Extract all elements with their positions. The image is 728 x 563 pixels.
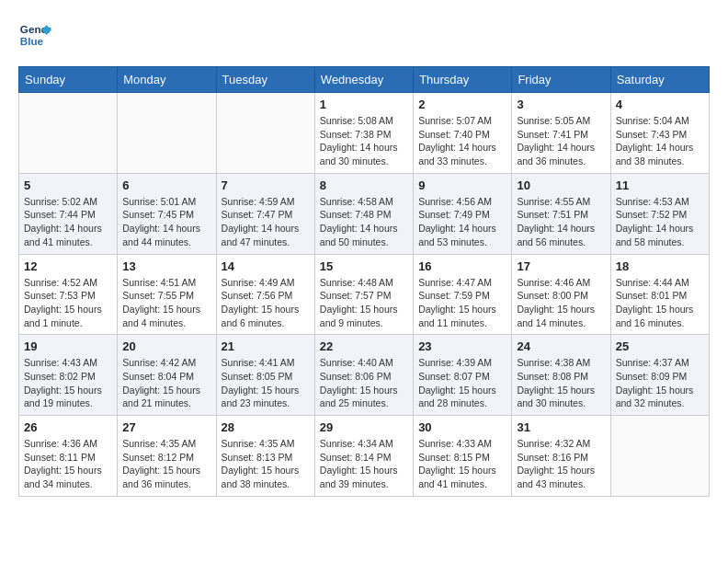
calendar-cell: 29Sunrise: 4:34 AM Sunset: 8:14 PM Dayli… [314,416,413,497]
week-row-1: 1Sunrise: 5:08 AM Sunset: 7:38 PM Daylig… [19,93,710,174]
calendar-cell: 16Sunrise: 4:47 AM Sunset: 7:59 PM Dayli… [414,254,512,335]
day-info: Sunrise: 4:34 AM Sunset: 8:14 PM Dayligh… [320,437,408,491]
calendar-cell: 25Sunrise: 4:37 AM Sunset: 8:09 PM Dayli… [610,335,709,416]
logo: General Blue [18,18,55,52]
day-info: Sunrise: 4:39 AM Sunset: 8:07 PM Dayligh… [418,356,506,410]
weekday-header-tuesday: Tuesday [216,67,314,93]
calendar-cell: 4Sunrise: 5:04 AM Sunset: 7:43 PM Daylig… [610,93,709,174]
day-info: Sunrise: 4:59 AM Sunset: 7:47 PM Dayligh… [222,195,310,249]
day-number: 23 [418,339,506,353]
day-number: 17 [517,259,605,273]
calendar-cell: 7Sunrise: 4:59 AM Sunset: 7:47 PM Daylig… [216,173,314,254]
calendar-cell: 15Sunrise: 4:48 AM Sunset: 7:57 PM Dayli… [314,254,413,335]
day-number: 13 [122,259,210,273]
calendar-cell: 30Sunrise: 4:33 AM Sunset: 8:15 PM Dayli… [414,416,512,497]
day-info: Sunrise: 4:58 AM Sunset: 7:48 PM Dayligh… [320,195,408,249]
day-info: Sunrise: 4:48 AM Sunset: 7:57 PM Dayligh… [320,276,408,330]
day-info: Sunrise: 4:49 AM Sunset: 7:56 PM Dayligh… [222,276,310,330]
calendar-cell: 27Sunrise: 4:35 AM Sunset: 8:12 PM Dayli… [118,416,216,497]
day-info: Sunrise: 5:04 AM Sunset: 7:43 PM Dayligh… [616,114,704,168]
calendar-cell: 26Sunrise: 4:36 AM Sunset: 8:11 PM Dayli… [19,416,118,497]
svg-text:Blue: Blue [20,35,44,47]
day-number: 5 [24,178,112,192]
day-info: Sunrise: 4:52 AM Sunset: 7:53 PM Dayligh… [24,276,112,330]
day-number: 29 [320,420,408,434]
day-info: Sunrise: 4:53 AM Sunset: 7:52 PM Dayligh… [616,195,704,249]
day-info: Sunrise: 4:42 AM Sunset: 8:04 PM Dayligh… [122,356,210,410]
calendar-cell: 31Sunrise: 4:32 AM Sunset: 8:16 PM Dayli… [512,416,610,497]
day-info: Sunrise: 4:32 AM Sunset: 8:16 PM Dayligh… [517,437,605,491]
calendar-cell: 14Sunrise: 4:49 AM Sunset: 7:56 PM Dayli… [216,254,314,335]
day-number: 9 [418,178,506,192]
day-number: 6 [122,178,210,192]
day-info: Sunrise: 4:46 AM Sunset: 8:00 PM Dayligh… [517,276,605,330]
day-info: Sunrise: 4:56 AM Sunset: 7:49 PM Dayligh… [418,195,506,249]
day-info: Sunrise: 4:43 AM Sunset: 8:02 PM Dayligh… [24,356,112,410]
day-info: Sunrise: 5:08 AM Sunset: 7:38 PM Dayligh… [320,114,408,168]
calendar-cell: 20Sunrise: 4:42 AM Sunset: 8:04 PM Dayli… [118,335,216,416]
calendar-cell: 6Sunrise: 5:01 AM Sunset: 7:45 PM Daylig… [118,173,216,254]
day-number: 7 [222,178,310,192]
weekday-header-wednesday: Wednesday [314,67,413,93]
day-number: 24 [517,339,605,353]
weekday-header-sunday: Sunday [19,67,118,93]
weekday-header-thursday: Thursday [414,67,512,93]
day-info: Sunrise: 4:33 AM Sunset: 8:15 PM Dayligh… [418,437,506,491]
calendar-cell: 3Sunrise: 5:05 AM Sunset: 7:41 PM Daylig… [512,93,610,174]
weekday-header-saturday: Saturday [610,67,709,93]
page-header: General Blue [18,18,710,52]
day-number: 8 [320,178,408,192]
day-info: Sunrise: 4:40 AM Sunset: 8:06 PM Dayligh… [320,356,408,410]
calendar-cell: 13Sunrise: 4:51 AM Sunset: 7:55 PM Dayli… [118,254,216,335]
day-info: Sunrise: 4:41 AM Sunset: 8:05 PM Dayligh… [222,356,310,410]
day-number: 30 [418,420,506,434]
calendar-cell: 19Sunrise: 4:43 AM Sunset: 8:02 PM Dayli… [19,335,118,416]
day-number: 27 [122,420,210,434]
day-number: 22 [320,339,408,353]
weekday-header-monday: Monday [118,67,216,93]
calendar-cell: 5Sunrise: 5:02 AM Sunset: 7:44 PM Daylig… [19,173,118,254]
calendar-cell: 2Sunrise: 5:07 AM Sunset: 7:40 PM Daylig… [414,93,512,174]
calendar-cell: 17Sunrise: 4:46 AM Sunset: 8:00 PM Dayli… [512,254,610,335]
day-info: Sunrise: 5:07 AM Sunset: 7:40 PM Dayligh… [418,114,506,168]
calendar-cell [118,93,216,174]
day-number: 21 [222,339,310,353]
day-info: Sunrise: 4:35 AM Sunset: 8:13 PM Dayligh… [222,437,310,491]
calendar-cell [610,416,709,497]
logo-icon: General Blue [18,18,51,52]
calendar-cell: 18Sunrise: 4:44 AM Sunset: 8:01 PM Dayli… [610,254,709,335]
day-number: 19 [24,339,112,353]
calendar-cell: 1Sunrise: 5:08 AM Sunset: 7:38 PM Daylig… [314,93,413,174]
week-row-3: 12Sunrise: 4:52 AM Sunset: 7:53 PM Dayli… [19,254,710,335]
day-number: 11 [616,178,704,192]
day-info: Sunrise: 4:51 AM Sunset: 7:55 PM Dayligh… [122,276,210,330]
calendar-cell: 11Sunrise: 4:53 AM Sunset: 7:52 PM Dayli… [610,173,709,254]
calendar-cell: 23Sunrise: 4:39 AM Sunset: 8:07 PM Dayli… [414,335,512,416]
calendar-cell: 24Sunrise: 4:38 AM Sunset: 8:08 PM Dayli… [512,335,610,416]
calendar-table: SundayMondayTuesdayWednesdayThursdayFrid… [18,66,710,497]
day-number: 12 [24,259,112,273]
calendar-cell: 8Sunrise: 4:58 AM Sunset: 7:48 PM Daylig… [314,173,413,254]
day-info: Sunrise: 5:02 AM Sunset: 7:44 PM Dayligh… [24,195,112,249]
day-number: 4 [616,98,704,111]
day-number: 10 [517,178,605,192]
weekday-header-friday: Friday [512,67,610,93]
week-row-2: 5Sunrise: 5:02 AM Sunset: 7:44 PM Daylig… [19,173,710,254]
day-number: 18 [616,259,704,273]
day-number: 14 [222,259,310,273]
day-number: 20 [122,339,210,353]
day-info: Sunrise: 5:05 AM Sunset: 7:41 PM Dayligh… [517,114,605,168]
calendar-cell: 9Sunrise: 4:56 AM Sunset: 7:49 PM Daylig… [414,173,512,254]
day-info: Sunrise: 4:36 AM Sunset: 8:11 PM Dayligh… [24,437,112,491]
day-number: 15 [320,259,408,273]
day-info: Sunrise: 4:37 AM Sunset: 8:09 PM Dayligh… [616,356,704,410]
calendar-cell: 10Sunrise: 4:55 AM Sunset: 7:51 PM Dayli… [512,173,610,254]
day-info: Sunrise: 4:55 AM Sunset: 7:51 PM Dayligh… [517,195,605,249]
day-info: Sunrise: 4:35 AM Sunset: 8:12 PM Dayligh… [122,437,210,491]
calendar-cell: 28Sunrise: 4:35 AM Sunset: 8:13 PM Dayli… [216,416,314,497]
weekday-header-row: SundayMondayTuesdayWednesdayThursdayFrid… [19,67,710,93]
calendar-cell: 22Sunrise: 4:40 AM Sunset: 8:06 PM Dayli… [314,335,413,416]
week-row-5: 26Sunrise: 4:36 AM Sunset: 8:11 PM Dayli… [19,416,710,497]
day-number: 1 [320,98,408,111]
week-row-4: 19Sunrise: 4:43 AM Sunset: 8:02 PM Dayli… [19,335,710,416]
